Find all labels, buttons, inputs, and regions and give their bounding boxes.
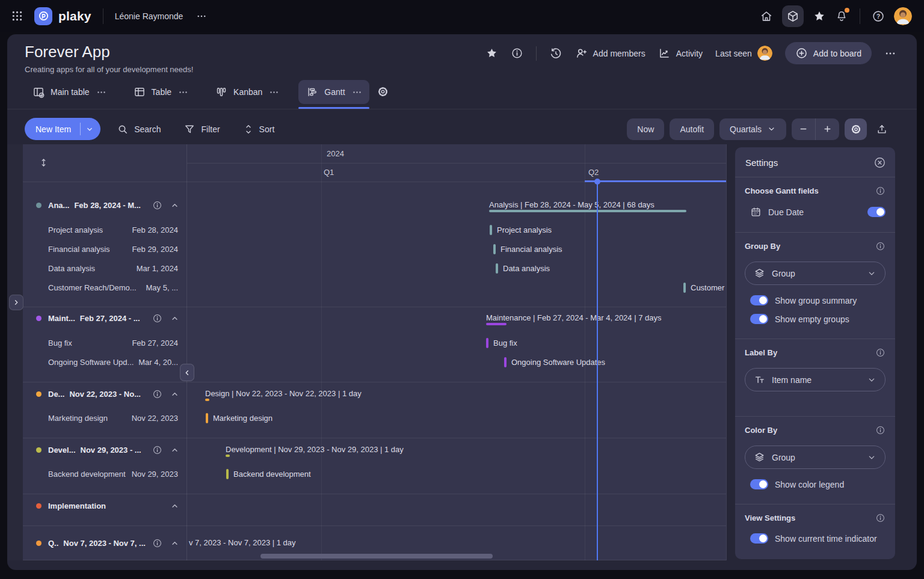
collapse-group-icon[interactable] bbox=[170, 539, 179, 548]
group-info-icon[interactable] bbox=[152, 538, 162, 548]
settings-dropdown[interactable]: Group bbox=[745, 262, 886, 285]
task-bar-tick[interactable] bbox=[486, 338, 488, 348]
group-header-row[interactable]: De...Nov 22, 2023 - No... bbox=[23, 385, 186, 402]
task-bar-tick[interactable] bbox=[490, 225, 492, 235]
gantt-settings-button[interactable] bbox=[845, 118, 867, 140]
collapse-group-icon[interactable] bbox=[170, 501, 179, 510]
task-row[interactable]: Data analysisMar 1, 2024 bbox=[23, 260, 186, 277]
last-seen[interactable]: Last seen bbox=[715, 46, 772, 61]
resize-rows-icon[interactable] bbox=[38, 158, 49, 168]
plaky-logo[interactable]: plaky bbox=[34, 7, 91, 25]
add-members-button[interactable]: Add members bbox=[575, 47, 645, 60]
group-header-row[interactable]: Implementation bbox=[23, 497, 186, 514]
settings-dropdown[interactable]: Group bbox=[745, 446, 886, 469]
new-item-button[interactable]: New Item bbox=[25, 118, 100, 140]
notifications-bell-icon[interactable] bbox=[835, 10, 848, 23]
user-avatar[interactable] bbox=[894, 7, 912, 25]
expand-sidebar-button[interactable] bbox=[9, 295, 23, 310]
boards-cube-button[interactable] bbox=[782, 5, 804, 27]
tab-main-table[interactable]: Main table bbox=[25, 80, 114, 104]
task-bar-tick[interactable] bbox=[496, 263, 498, 274]
info-icon[interactable] bbox=[875, 425, 886, 435]
task-bar[interactable]: Backend development bbox=[226, 469, 311, 479]
group-summary-bar[interactable] bbox=[226, 455, 230, 457]
group-info-icon[interactable] bbox=[152, 389, 162, 399]
topbar-more-icon[interactable] bbox=[196, 11, 207, 22]
tab-more-icon[interactable] bbox=[353, 88, 362, 97]
home-icon[interactable] bbox=[760, 10, 773, 23]
task-row[interactable]: Marketing designNov 22, 2023 bbox=[23, 409, 186, 426]
task-row[interactable]: Project analysisFeb 28, 2024 bbox=[23, 221, 186, 238]
group-info-icon[interactable] bbox=[152, 200, 162, 210]
toggle-switch[interactable] bbox=[750, 479, 768, 489]
collapse-group-icon[interactable] bbox=[170, 390, 179, 399]
task-bar[interactable]: Ongoing Software Updates bbox=[504, 357, 605, 367]
collapse-panel-button[interactable] bbox=[180, 364, 194, 381]
task-bar-tick[interactable] bbox=[206, 413, 208, 423]
scale-dropdown[interactable]: Quartals bbox=[719, 118, 786, 140]
toggle-switch[interactable] bbox=[750, 533, 768, 544]
sort-button[interactable]: Sort bbox=[243, 124, 275, 135]
zoom-in-button[interactable] bbox=[816, 118, 839, 140]
group-summary-bar[interactable] bbox=[205, 399, 209, 401]
info-icon[interactable] bbox=[875, 241, 886, 251]
info-icon[interactable] bbox=[875, 186, 886, 196]
group-info-icon[interactable] bbox=[152, 445, 162, 455]
info-icon[interactable] bbox=[875, 513, 886, 523]
toggle-switch[interactable] bbox=[750, 314, 768, 324]
group-header-row[interactable]: Devel...Nov 29, 2023 - ... bbox=[23, 441, 186, 458]
task-bar[interactable]: Financial analysis bbox=[493, 244, 562, 254]
task-row[interactable]: Customer Reach/Demo...May 5, ... bbox=[23, 279, 186, 296]
new-item-caret-icon[interactable] bbox=[81, 125, 100, 133]
board-star-icon[interactable] bbox=[485, 47, 498, 60]
task-bar[interactable]: Marketing design bbox=[206, 413, 273, 423]
task-row[interactable]: Backend developmentNov 29, 2023 bbox=[23, 465, 186, 482]
collapse-group-icon[interactable] bbox=[170, 314, 179, 323]
workspace-name[interactable]: Léonie Raymonde bbox=[115, 11, 183, 21]
tab-more-icon[interactable] bbox=[179, 88, 188, 97]
autofit-button[interactable]: Autofit bbox=[670, 118, 714, 140]
horizontal-scrollbar[interactable] bbox=[260, 554, 493, 559]
task-bar-tick[interactable] bbox=[504, 357, 507, 367]
collapse-group-icon[interactable] bbox=[170, 446, 179, 455]
task-bar[interactable]: Customer Reach/Demo bbox=[683, 283, 726, 293]
group-summary-bar[interactable] bbox=[486, 323, 507, 325]
help-icon[interactable]: ? bbox=[872, 10, 885, 23]
tab-more-icon[interactable] bbox=[97, 88, 106, 97]
task-row[interactable]: Bug fixFeb 27, 2024 bbox=[23, 334, 186, 351]
add-to-board-button[interactable]: Add to board bbox=[785, 42, 872, 64]
task-bar-tick[interactable] bbox=[493, 244, 496, 254]
info-icon[interactable] bbox=[875, 348, 886, 358]
group-info-icon[interactable] bbox=[152, 313, 162, 323]
task-bar[interactable]: Data analysis bbox=[496, 263, 550, 274]
close-icon[interactable] bbox=[873, 156, 886, 169]
activity-button[interactable]: Activity bbox=[658, 47, 703, 60]
group-header-row[interactable]: Q..Nov 7, 2023 - Nov 7, ... bbox=[23, 535, 186, 551]
export-icon[interactable] bbox=[872, 123, 892, 135]
favorites-star-icon[interactable] bbox=[813, 10, 826, 23]
board-more-icon[interactable] bbox=[884, 47, 896, 60]
group-header-row[interactable]: Maint...Feb 27, 2024 - ... bbox=[23, 310, 186, 326]
group-header-row[interactable]: Ana...Feb 28, 2024 - M... bbox=[23, 197, 186, 213]
task-bar-tick[interactable] bbox=[226, 469, 229, 479]
task-bar-tick[interactable] bbox=[683, 283, 686, 293]
board-info-icon[interactable] bbox=[511, 47, 523, 60]
toggle-switch[interactable] bbox=[750, 295, 768, 305]
task-row[interactable]: Financial analysisFeb 29, 2024 bbox=[23, 240, 186, 257]
tab-gantt[interactable]: Gantt bbox=[298, 80, 369, 104]
toggle-switch[interactable] bbox=[867, 207, 886, 217]
zoom-out-button[interactable] bbox=[792, 118, 815, 140]
activity-history-icon[interactable] bbox=[549, 47, 562, 60]
tab-kanban[interactable]: Kanban bbox=[208, 80, 286, 104]
tab-table[interactable]: Table bbox=[126, 80, 196, 104]
task-bar[interactable]: Project analysis bbox=[490, 225, 552, 235]
views-gear-icon[interactable] bbox=[377, 85, 389, 98]
settings-dropdown[interactable]: Item name bbox=[745, 368, 886, 391]
task-row[interactable]: Ongoing Software Upd...Mar 4, 20... bbox=[23, 354, 186, 370]
apps-grid-icon[interactable] bbox=[11, 10, 23, 22]
now-button[interactable]: Now bbox=[627, 118, 664, 140]
search-button[interactable]: Search bbox=[117, 123, 161, 135]
filter-button[interactable]: Filter bbox=[183, 123, 220, 135]
group-summary-bar[interactable] bbox=[489, 210, 686, 212]
task-bar[interactable]: Bug fix bbox=[486, 338, 517, 348]
